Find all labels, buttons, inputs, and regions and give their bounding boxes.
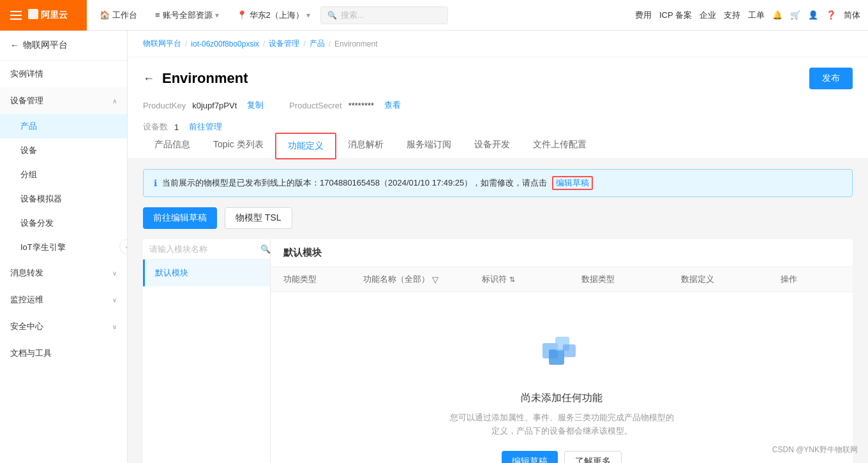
logo-area: 阿里云 — [0, 0, 87, 31]
th-operation: 操作 — [781, 274, 840, 285]
empty-state: 尚未添加任何功能 您可以通过添加属性、事件、服务三类功能完成产品物模型的定义，产… — [271, 292, 853, 463]
sidebar-item-docs[interactable]: 文档与工具 — [0, 340, 127, 367]
sidebar-item-group[interactable]: 分组 — [0, 163, 127, 187]
sidebar-item-device-dist[interactable]: 设备分发 — [0, 211, 127, 235]
page-back-arrow[interactable]: ← — [143, 72, 154, 85]
page-title-row: ← Environment 发布 — [143, 68, 853, 89]
nav-enterprise[interactable]: 企业 — [700, 10, 716, 21]
sidebar-item-security[interactable]: 安全中心 ∨ — [0, 313, 127, 340]
right-panel-header: 默认模块 — [271, 239, 853, 267]
meta-row-1: ProductKey k0jupf7pPVt 复制 ProductSecret … — [143, 99, 853, 111]
table-header: 功能类型 功能名称（全部） ▽ 标识符 ⇅ 数据类型 — [271, 267, 853, 292]
page-header: ← Environment 发布 ProductKey k0jupf7pPVt … — [128, 57, 868, 159]
product-secret-value: ******** — [348, 101, 374, 110]
location-icon: 📍 — [237, 10, 247, 20]
main-content: ℹ 当前展示的物模型是已发布到线上的版本：1704880165458（2024/… — [128, 159, 868, 463]
product-key-item: ProductKey k0jupf7pPVt 复制 — [143, 99, 264, 111]
empty-edit-draft-button[interactable]: 编辑草稿 — [502, 451, 558, 463]
goto-manage-link[interactable]: 前往管理 — [189, 121, 222, 133]
sidebar-back-button[interactable]: ← 物联网平台 — [0, 31, 127, 61]
breadcrumb-item-device-mgmt[interactable]: 设备管理 — [269, 38, 299, 49]
product-secret-label: ProductSecret — [289, 101, 341, 110]
learn-more-button[interactable]: 了解更多 — [564, 451, 622, 463]
two-panel: 🔍 默认模块 默认模块 功能类型 功能名称（全部） — [143, 239, 853, 463]
right-panel-title: 默认模块 — [283, 247, 322, 259]
nav-item-workbench[interactable]: 🏠 工作台 — [92, 0, 145, 31]
chevron-down-icon-msg: ∨ — [112, 270, 117, 277]
sidebar-item-device-mgmt[interactable]: 设备管理 ∧ — [0, 87, 127, 114]
tab-product-info[interactable]: 产品信息 — [143, 133, 202, 158]
device-count-value: 1 — [174, 122, 179, 132]
sidebar-item-iot-twin[interactable]: IoT孪生引擎 — [0, 235, 127, 260]
filter-icon[interactable]: ▽ — [432, 275, 438, 284]
bell-icon[interactable]: 🔔 — [772, 10, 782, 20]
view-product-secret-link[interactable]: 查看 — [384, 99, 401, 111]
sidebar-item-monitor[interactable]: 监控运维 ∨ — [0, 286, 127, 313]
nav-ticket[interactable]: 工单 — [748, 10, 765, 21]
nav-item-resources[interactable]: ≡ 账号全部资源 ▾ — [147, 0, 227, 31]
nav-item-region[interactable]: 📍 华东2（上海） ▾ — [229, 0, 318, 31]
tab-device-dev[interactable]: 设备开发 — [463, 133, 521, 158]
sidebar-item-product[interactable]: 产品 — [0, 114, 127, 138]
tab-server-sub[interactable]: 服务端订阅 — [395, 133, 463, 158]
left-panel: 🔍 默认模块 — [143, 239, 271, 463]
chevron-down-icon-region: ▾ — [306, 11, 310, 20]
tab-file-upload[interactable]: 文件上传配置 — [521, 133, 598, 158]
home-icon: 🏠 — [100, 10, 110, 20]
module-search-area: 🔍 — [143, 239, 270, 260]
th-data-type: 数据类型 — [581, 274, 681, 285]
nav-fee[interactable]: 费用 — [635, 10, 652, 21]
sidebar-item-msg-forward[interactable]: 消息转发 ∨ — [0, 260, 127, 286]
nav-support[interactable]: 支持 — [724, 10, 740, 21]
module-search-input[interactable] — [149, 244, 257, 254]
chevron-down-icon-monitor: ∨ — [112, 297, 117, 304]
breadcrumb-current: Environment — [334, 40, 377, 48]
module-item-default[interactable]: 默认模块 — [143, 260, 270, 286]
empty-desc: 您可以通过添加属性、事件、服务三类功能完成产品物模型的定义，产品下的设备都会继承… — [447, 411, 677, 438]
product-key-value: k0jupf7pPVt — [192, 101, 237, 110]
svg-rect-3 — [549, 349, 564, 365]
svg-rect-0 — [28, 9, 38, 19]
page-heading: Environment — [162, 70, 248, 87]
top-nav: 阿里云 🏠 工作台 ≡ 账号全部资源 ▾ 📍 华东2（上海） ▾ 🔍 搜索...… — [0, 0, 868, 31]
copy-product-key-link[interactable]: 复制 — [247, 99, 264, 111]
search-box[interactable]: 🔍 搜索... — [320, 6, 448, 24]
empty-title: 尚未添加任何功能 — [521, 392, 602, 405]
alert-info: ℹ 当前展示的物模型是已发布到线上的版本：1704880165458（2024/… — [143, 169, 853, 197]
breadcrumb: 物联网平台 / iot-06z00f8bo0pxsix / 设备管理 / 产品 … — [128, 31, 868, 57]
breadcrumb-item-product[interactable]: 产品 — [310, 38, 325, 49]
content-area: 物联网平台 / iot-06z00f8bo0pxsix / 设备管理 / 产品 … — [128, 31, 868, 463]
nav-lang[interactable]: 简体 — [844, 10, 860, 21]
empty-state-icon — [536, 330, 587, 381]
publish-button[interactable]: 发布 — [809, 68, 853, 89]
sort-icon[interactable]: ⇅ — [509, 276, 515, 284]
person-icon[interactable]: 👤 — [808, 10, 818, 20]
chevron-up-icon: ∧ — [112, 98, 117, 105]
action-row: 前往编辑草稿 物模型 TSL — [143, 207, 853, 229]
nav-icp[interactable]: ICP 备案 — [659, 10, 692, 21]
th-data-def: 数据定义 — [681, 274, 781, 285]
help-icon[interactable]: ❓ — [826, 10, 836, 20]
edit-draft-alert-link[interactable]: 编辑草稿 — [552, 176, 593, 190]
tab-msg-parse[interactable]: 消息解析 — [336, 133, 395, 158]
sidebar-item-instance[interactable]: 实例详情 — [0, 61, 127, 87]
cart-icon[interactable]: 🛒 — [790, 10, 800, 20]
goto-edit-draft-button[interactable]: 前往编辑草稿 — [143, 207, 217, 229]
tabs: 产品信息 Topic 类列表 功能定义 消息解析 服务端订阅 设备开发 文件上传… — [143, 133, 853, 158]
hamburger-icon[interactable] — [8, 8, 24, 22]
device-count-label: 设备数 — [143, 121, 168, 133]
logo-text: 阿里云 — [28, 6, 79, 24]
empty-actions: 编辑草稿 了解更多 — [502, 451, 622, 463]
breadcrumb-item-iot[interactable]: 物联网平台 — [143, 38, 181, 49]
module-search-icon[interactable]: 🔍 — [260, 244, 271, 254]
tab-topic-list[interactable]: Topic 类列表 — [202, 133, 275, 158]
back-arrow-icon: ← — [10, 40, 19, 50]
search-icon: 🔍 — [327, 11, 337, 20]
tab-func-def[interactable]: 功能定义 — [275, 133, 336, 159]
device-count-item: 设备数 1 前往管理 — [143, 121, 222, 133]
sidebar-item-device[interactable]: 设备 — [0, 138, 127, 163]
breadcrumb-item-instance[interactable]: iot-06z00f8bo0pxsix — [191, 40, 259, 48]
right-panel: 默认模块 功能类型 功能名称（全部） ▽ 标识符 ⇅ — [271, 239, 853, 463]
tsl-button[interactable]: 物模型 TSL — [225, 207, 292, 229]
sidebar-item-simulator[interactable]: 设备模拟器 — [0, 187, 127, 211]
